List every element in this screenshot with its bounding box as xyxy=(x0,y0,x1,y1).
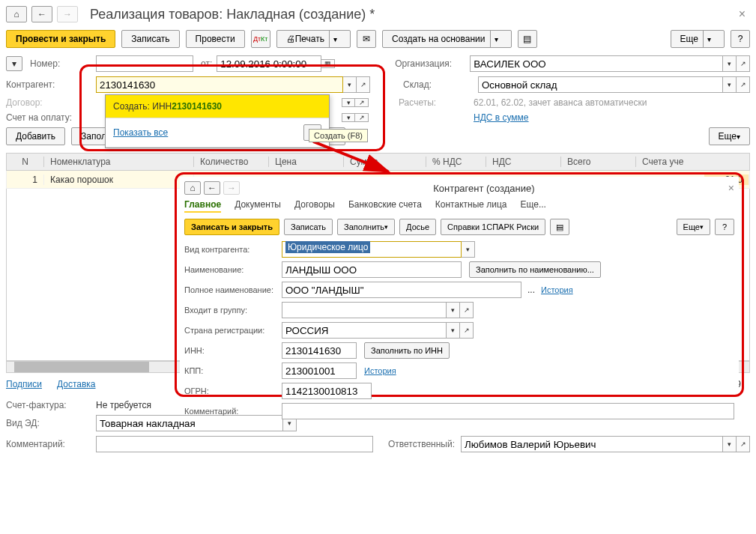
write-button[interactable]: Записать xyxy=(121,30,179,48)
open-icon[interactable]: ↗ xyxy=(357,76,370,93)
forward-icon[interactable]: → xyxy=(223,181,240,195)
modal-write[interactable]: Записать xyxy=(284,219,333,235)
responsible-label: Ответственный: xyxy=(388,439,455,449)
modal-tabs: Главное Документы Договоры Банковские сч… xyxy=(184,199,734,213)
doc-type-label: Вид ЭД: xyxy=(6,418,96,428)
forward-icon[interactable]: → xyxy=(57,6,78,22)
help-button[interactable]: ? xyxy=(731,30,750,48)
fill-by-name-button[interactable]: Заполнить по наименованию... xyxy=(469,261,601,278)
tab-more[interactable]: Еще... xyxy=(521,199,546,213)
list-icon[interactable]: ▤ xyxy=(518,30,537,48)
date-input[interactable] xyxy=(217,55,321,72)
print-button[interactable]: 🖨 Печать▾ xyxy=(276,30,351,48)
modal-fill[interactable]: Заполнить ▾ xyxy=(337,219,395,235)
table-header: N Номенклатура Количество Цена Сумма % Н… xyxy=(6,153,750,171)
date-label: от: xyxy=(201,58,212,69)
add-button[interactable]: Добавить xyxy=(6,127,65,145)
calendar-icon[interactable]: ▦ xyxy=(321,59,335,68)
contract-label: Договор: xyxy=(6,97,96,108)
signatures-link[interactable]: Подписи xyxy=(6,379,42,389)
tab-contacts[interactable]: Контактные лица xyxy=(435,199,507,213)
open-icon[interactable]: ↗ xyxy=(737,76,750,93)
close-icon[interactable]: × xyxy=(728,182,734,194)
chevron-down-icon[interactable]: ▾ xyxy=(703,31,715,47)
inn-input[interactable] xyxy=(282,342,357,359)
counterparty-input[interactable] xyxy=(96,76,343,93)
back-icon[interactable]: ← xyxy=(31,6,52,22)
tab-docs[interactable]: Документы xyxy=(235,199,281,213)
more-button[interactable]: Еще▾ xyxy=(671,30,725,48)
modal-dossier[interactable]: Досье xyxy=(399,219,436,235)
dropdown-icon[interactable]: ▾ xyxy=(723,76,737,93)
mail-icon[interactable]: ✉ xyxy=(357,30,376,48)
counterparty-dropdown: Создать: ИНН 2130141630 Показать все + xyxy=(105,94,330,148)
number-input[interactable] xyxy=(96,55,193,72)
payment-acc-label: Счет на оплату: xyxy=(6,112,96,123)
org-label: Организация: xyxy=(395,58,470,69)
home-icon[interactable]: ⌂ xyxy=(184,181,201,195)
dropdown-icon[interactable]: ▾ xyxy=(343,76,357,93)
tooltip: Создать (F8) xyxy=(309,129,368,142)
warehouse-label: Склад: xyxy=(403,79,478,90)
modal-spark[interactable]: Справки 1СПАРК Риски xyxy=(441,219,545,235)
dropdown-show-all[interactable]: Показать все + xyxy=(106,118,329,148)
home-icon[interactable]: ⌂ xyxy=(6,6,27,22)
history-link[interactable]: История xyxy=(541,285,573,294)
name-input[interactable] xyxy=(282,261,462,278)
modal-more[interactable]: Еще ▾ xyxy=(677,219,710,235)
history-link[interactable]: История xyxy=(364,366,396,375)
kpp-input[interactable] xyxy=(282,362,357,379)
post-close-button[interactable]: Провести и закрыть xyxy=(6,30,115,48)
tab-bank[interactable]: Банковские счета xyxy=(348,199,422,213)
comment-input[interactable] xyxy=(282,403,734,419)
open-icon[interactable]: ↗ xyxy=(737,55,750,72)
chevron-down-icon[interactable]: ▾ xyxy=(329,31,341,47)
dropdown-icon[interactable]: ▾ xyxy=(723,55,737,72)
open-icon[interactable]: ↗ xyxy=(355,98,369,107)
modal-title: Контрагент (создание) xyxy=(243,183,725,194)
list-icon[interactable]: ▤ xyxy=(550,219,569,235)
full-name-input[interactable] xyxy=(282,282,521,298)
modal-help[interactable]: ? xyxy=(715,219,734,235)
calc-label: Расчеты: xyxy=(399,97,474,108)
table-more-button[interactable]: Еще ▾ xyxy=(709,127,750,145)
counterparty-modal: ⌂ ← → Контрагент (создание) × Главное До… xyxy=(180,177,739,392)
responsible-input[interactable] xyxy=(461,436,723,452)
calc-value: 62.01, 62.02, зачет аванса автоматически xyxy=(474,97,647,108)
fill-by-inn-button[interactable]: Заполнить по ИНН xyxy=(364,342,450,359)
dropdown-icon[interactable]: ▾ xyxy=(462,241,475,258)
create-based-button[interactable]: Создать на основании▾ xyxy=(382,30,512,48)
modal-save-close[interactable]: Записать и закрыть xyxy=(184,219,279,235)
tab-contracts[interactable]: Договоры xyxy=(294,199,335,213)
number-label: Номер: xyxy=(22,58,96,69)
vat-link[interactable]: НДС в сумме xyxy=(474,112,529,123)
dropdown-icon[interactable]: ▾ xyxy=(342,98,355,107)
back-icon[interactable]: ← xyxy=(204,181,220,195)
ogrn-input[interactable] xyxy=(282,383,372,399)
tab-main[interactable]: Главное xyxy=(184,199,221,213)
org-input[interactable] xyxy=(470,55,723,72)
post-button[interactable]: Провести xyxy=(186,30,245,48)
group-input[interactable] xyxy=(282,302,447,318)
invoice-value: Не требуется xyxy=(96,400,151,410)
chevron-down-icon[interactable]: ▾ xyxy=(490,31,502,47)
comment-input[interactable] xyxy=(96,436,373,452)
invoice-label: Счет-фактура: xyxy=(6,400,96,410)
doc-type-icon[interactable]: ▾ xyxy=(6,56,22,71)
country-input[interactable] xyxy=(282,322,447,339)
dropdown-create-item[interactable]: Создать: ИНН 2130141630 xyxy=(106,95,329,118)
counterparty-label: Контрагент: xyxy=(6,79,96,90)
dropdown-icon[interactable]: ▾ xyxy=(342,113,355,122)
window-title: Реализация товаров: Накладная (создание)… xyxy=(90,7,375,22)
delivery-link[interactable]: Доставка xyxy=(57,379,96,389)
warehouse-input[interactable] xyxy=(478,76,723,93)
open-icon[interactable]: ↗ xyxy=(355,113,369,122)
dt-kt-icon[interactable]: ДтКт xyxy=(251,30,270,48)
comment-label: Комментарий: xyxy=(6,439,96,449)
close-icon[interactable]: × xyxy=(734,7,750,21)
